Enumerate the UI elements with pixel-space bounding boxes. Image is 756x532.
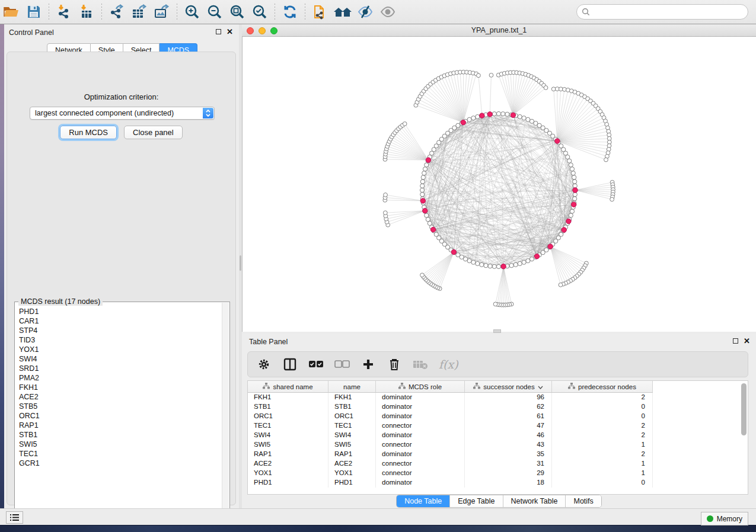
graph-selected-node[interactable] (555, 139, 560, 143)
tab-node-table[interactable]: Node Table (397, 495, 450, 507)
horizontal-splitter-handle[interactable] (493, 329, 501, 333)
graph-selected-node[interactable] (451, 249, 456, 254)
mcds-result-item[interactable]: TID3 (19, 335, 222, 345)
graph-node[interactable] (496, 264, 500, 268)
graph-node[interactable] (522, 116, 526, 120)
network-canvas[interactable] (242, 37, 756, 332)
mcds-result-item[interactable]: STB5 (19, 402, 222, 411)
network-graph[interactable] (243, 37, 756, 332)
graph-node[interactable] (488, 264, 492, 268)
delete-column-icon[interactable] (387, 357, 402, 372)
export-image-icon[interactable] (152, 3, 172, 21)
tab-motifs[interactable]: Motifs (566, 495, 601, 507)
select-all-icon[interactable] (308, 357, 324, 372)
table-row[interactable]: SWI5SWI5connector431 (248, 440, 748, 450)
mcds-result-item[interactable]: FKH1 (19, 383, 222, 392)
graph-node[interactable] (492, 112, 496, 116)
table-row[interactable]: ACE2ACE2connector311 (248, 459, 748, 469)
graph-leaf-node[interactable] (384, 193, 388, 197)
graph-leaf-node[interactable] (403, 122, 407, 126)
column-header-predecessor-nodes[interactable]: predecessor nodes (552, 381, 653, 392)
graph-leaf-node[interactable] (544, 86, 548, 90)
graph-node[interactable] (420, 184, 425, 188)
mcds-result-list[interactable]: PHD1CAR1STP4TID3YOX1SWI4SRD1PMA2FKH1ACE2… (15, 307, 222, 521)
graph-node[interactable] (522, 260, 526, 264)
table-row[interactable]: ORC1ORC1dominator610 (248, 412, 748, 421)
mcds-result-item[interactable]: YOX1 (19, 345, 222, 354)
float-panel-icon[interactable] (216, 29, 221, 34)
graph-selected-node[interactable] (480, 113, 484, 118)
graph-node[interactable] (425, 163, 429, 167)
mcds-result-item[interactable]: RAP1 (19, 421, 222, 430)
table-row[interactable]: SWI4SWI4dominator462 (248, 431, 748, 440)
graph-node[interactable] (526, 259, 530, 263)
mcds-result-item[interactable]: STB1 (19, 430, 222, 440)
graph-leaf-node[interactable] (559, 283, 563, 287)
mcds-result-item[interactable]: ACE2 (19, 392, 222, 402)
graph-node[interactable] (426, 217, 430, 222)
graph-node[interactable] (513, 262, 518, 267)
mcds-result-item[interactable]: ORC1 (19, 411, 222, 421)
hide-selected-icon[interactable] (355, 3, 375, 21)
mcds-result-item[interactable]: CAR1 (19, 316, 222, 326)
mcds-result-item[interactable]: GCR1 (19, 459, 222, 468)
table-row[interactable]: TEC1TEC1connector472 (248, 421, 748, 431)
graph-leaf-node[interactable] (604, 158, 608, 162)
table-row[interactable]: RAP1RAP1dominator352 (248, 450, 748, 459)
graph-node[interactable] (509, 264, 513, 268)
graph-node[interactable] (529, 257, 534, 261)
graph-selected-node[interactable] (461, 120, 465, 124)
mcds-result-item[interactable]: PHD1 (19, 307, 222, 316)
show-home-networks-icon[interactable] (333, 3, 353, 21)
graph-node[interactable] (476, 114, 480, 118)
graph-node[interactable] (484, 264, 488, 268)
mcds-result-item[interactable]: SRD1 (19, 364, 222, 373)
graph-node[interactable] (566, 155, 570, 159)
graph-node[interactable] (471, 260, 476, 264)
graph-node[interactable] (572, 175, 576, 180)
close-panel-icon[interactable]: ✕ (744, 338, 750, 344)
graph-node[interactable] (428, 221, 432, 225)
graph-leaf-node[interactable] (489, 73, 493, 77)
graph-leaf-node[interactable] (477, 73, 481, 78)
graph-node[interactable] (569, 163, 573, 167)
open-file-icon[interactable] (1, 3, 21, 21)
table-row[interactable]: FKH1FKH1dominator962 (248, 393, 748, 402)
graph-selected-node[interactable] (572, 202, 576, 207)
graph-node[interactable] (420, 180, 425, 184)
graph-selected-node[interactable] (562, 227, 566, 232)
graph-selected-node[interactable] (573, 188, 578, 193)
table-row[interactable]: YOX1YOX1connector291 (248, 469, 748, 478)
graph-selected-node[interactable] (566, 219, 571, 223)
graph-node[interactable] (573, 180, 577, 184)
network-window-titlebar[interactable]: YPA_prune.txt_1 (242, 24, 756, 37)
deselect-all-icon[interactable] (334, 357, 350, 372)
graph-selected-node[interactable] (430, 227, 435, 232)
graph-node[interactable] (420, 188, 424, 192)
zoom-selected-icon[interactable] (250, 3, 270, 21)
show-hidden-icon[interactable] (378, 3, 398, 21)
export-network-icon[interactable] (107, 3, 127, 21)
graph-selected-node[interactable] (534, 254, 539, 259)
search-input[interactable] (590, 6, 748, 18)
graph-node[interactable] (573, 184, 577, 188)
column-header-MCDS-role[interactable]: MCDS role (376, 381, 465, 392)
graph-node[interactable] (573, 197, 577, 201)
graph-leaf-node[interactable] (493, 302, 497, 306)
graph-node[interactable] (480, 262, 484, 267)
float-panel-icon[interactable] (733, 338, 738, 344)
table-row[interactable]: STB1STB1dominator620 (248, 402, 748, 412)
graph-leaf-node[interactable] (420, 273, 425, 277)
graph-selected-node[interactable] (426, 158, 430, 162)
graph-node[interactable] (570, 167, 574, 171)
graph-leaf-node[interactable] (383, 211, 387, 215)
zoom-out-icon[interactable] (205, 3, 225, 21)
graph-node[interactable] (526, 117, 530, 121)
zoom-in-icon[interactable] (182, 3, 202, 21)
optimization-criterion-select[interactable]: largest connected component (undirected) (30, 107, 215, 120)
run-mcds-button[interactable]: Run MCDS (60, 126, 117, 139)
split-view-icon[interactable] (282, 357, 298, 372)
mcds-result-scrollbar[interactable] (222, 303, 229, 521)
graph-node[interactable] (492, 264, 496, 268)
mcds-result-item[interactable]: SWI4 (19, 354, 222, 364)
